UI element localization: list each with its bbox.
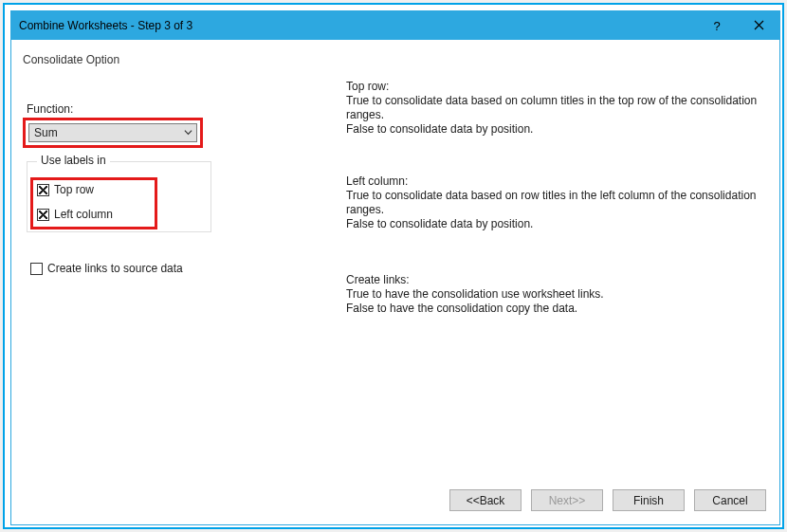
create-links-description: Create links: True to have the consolida… xyxy=(346,273,768,316)
use-labels-in-legend: Use labels in xyxy=(37,154,110,167)
create-links-checkbox-row[interactable]: Create links to source data xyxy=(30,262,183,275)
create-links-description-head: Create links: xyxy=(346,273,768,287)
consolidate-option-label: Consolidate Option xyxy=(23,53,119,66)
left-column-checkbox[interactable] xyxy=(37,209,49,221)
close-icon xyxy=(754,19,764,33)
combine-worksheets-dialog: Combine Worksheets - Step 3 of 3 ? Conso… xyxy=(10,10,780,525)
left-column-checkbox-label: Left column xyxy=(54,208,113,221)
finish-button[interactable]: Finish xyxy=(613,489,685,511)
chevron-down-icon xyxy=(184,126,192,139)
titlebar: Combine Worksheets - Step 3 of 3 ? xyxy=(11,11,779,40)
top-row-checkbox-row[interactable]: Top row xyxy=(37,183,94,196)
create-links-description-line1: True to have the consolidation use works… xyxy=(346,287,768,302)
function-label: Function: xyxy=(27,102,73,116)
top-row-description: Top row: True to consolidate data based … xyxy=(346,80,768,137)
button-bar: <<Back Next>> Finish Cancel xyxy=(449,489,766,511)
create-links-checkbox-label: Create links to source data xyxy=(47,262,183,275)
top-row-checkbox-label: Top row xyxy=(54,183,94,196)
left-column-description-head: Left column: xyxy=(346,174,768,189)
function-select-value: Sum xyxy=(34,126,58,139)
cancel-button[interactable]: Cancel xyxy=(694,489,766,511)
left-column-description-line2: False to consolidate data by position. xyxy=(346,217,768,231)
left-column-description: Left column: True to consolidate data ba… xyxy=(346,174,768,231)
left-column-checkbox-row[interactable]: Left column xyxy=(37,208,113,221)
left-column-description-line1: True to consolidate data based on row ti… xyxy=(346,189,768,217)
create-links-description-line2: False to have the consolidation copy the… xyxy=(346,302,768,316)
top-row-description-line1: True to consolidate data based on column… xyxy=(346,94,768,122)
next-button: Next>> xyxy=(531,489,603,511)
screenshot-frame: Combine Worksheets - Step 3 of 3 ? Conso… xyxy=(3,3,784,529)
top-row-description-head: Top row: xyxy=(346,80,768,94)
dialog-title: Combine Worksheets - Step 3 of 3 xyxy=(19,19,696,32)
create-links-checkbox[interactable] xyxy=(30,263,43,275)
dialog-body: Consolidate Option Function: Sum Use lab… xyxy=(11,40,779,524)
help-button[interactable]: ? xyxy=(696,11,738,40)
top-row-checkbox[interactable] xyxy=(37,184,49,196)
back-button[interactable]: <<Back xyxy=(449,489,522,511)
function-select[interactable]: Sum xyxy=(28,123,197,142)
close-button[interactable] xyxy=(738,11,779,40)
top-row-description-line2: False to consolidate data by position. xyxy=(346,122,768,137)
